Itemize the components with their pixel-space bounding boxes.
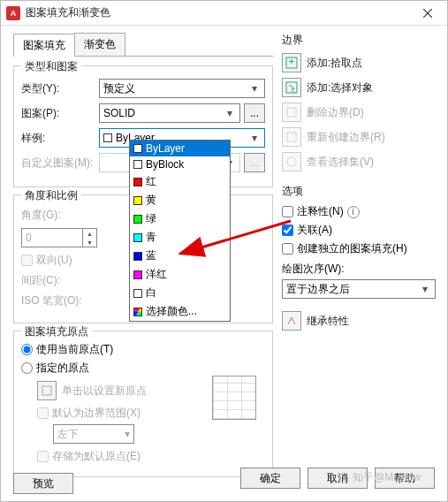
svg-rect-5 xyxy=(286,82,297,93)
color-option[interactable]: 红 xyxy=(130,172,230,191)
color-option-label: 白 xyxy=(146,285,156,300)
angle-input[interactable]: 0 xyxy=(21,228,83,247)
svg-point-8 xyxy=(287,157,296,166)
color-swatch-icon xyxy=(133,289,142,298)
color-option-label: ByBlock xyxy=(146,158,184,171)
draw-order-label: 绘图次序(W): xyxy=(282,262,436,277)
associative-label: 关联(A) xyxy=(297,223,332,238)
group-title: 类型和图案 xyxy=(21,59,81,74)
color-option-label: 黄 xyxy=(146,193,156,208)
tab-gradient[interactable]: 渐变色 xyxy=(74,33,125,56)
options-title: 选项 xyxy=(282,184,436,199)
spacing-label: 间距(C): xyxy=(21,273,99,288)
svg-rect-6 xyxy=(287,108,296,117)
color-swatch-icon xyxy=(133,144,142,153)
chevron-down-icon: ▾ xyxy=(419,283,431,295)
close-button[interactable] xyxy=(414,3,442,24)
annotative-checkbox[interactable] xyxy=(282,206,293,217)
pattern-browse-button[interactable]: ... xyxy=(244,103,265,123)
double-label: 双向(U) xyxy=(36,253,72,268)
group-origin: 图案填充原点 使用当前原点(T) 指定的原点 单击以设置新原点 默认为边界范围(… xyxy=(13,331,273,477)
app-icon: A xyxy=(6,6,20,20)
annotative-label: 注释性(N) xyxy=(297,204,344,219)
default-bound-checkbox xyxy=(37,407,49,419)
color-option-label: 选择颜色... xyxy=(146,304,197,319)
boundary-section: 边界 +添加:拾取点 添加:选择对象 删除边界(D) 重新创建边界(R) 查看选… xyxy=(282,33,436,171)
inherit-section: 继承特性 xyxy=(282,311,436,331)
color-option[interactable]: ByLayer xyxy=(130,141,230,156)
info-icon[interactable]: i xyxy=(347,206,360,218)
store-default-checkbox xyxy=(37,451,49,462)
specified-radio[interactable] xyxy=(21,362,33,374)
draw-order-combo[interactable]: 置于边界之后▾ xyxy=(282,279,436,299)
angle-label: 角度(G): xyxy=(21,208,99,223)
color-dropdown[interactable]: ByLayerByBlock红黄绿青蓝洋红白选择颜色... xyxy=(129,140,231,322)
associative-checkbox[interactable] xyxy=(282,224,293,236)
inherit-label[interactable]: 继承特性 xyxy=(307,314,349,329)
color-option-label: ByLayer xyxy=(146,142,185,155)
options-section: 选项 注释性(N)i 关联(A) 创建独立的图案填充(H) 绘图次序(W): 置… xyxy=(282,184,436,299)
color-option[interactable]: 黄 xyxy=(130,191,230,209)
color-swatch-icon xyxy=(133,160,142,169)
color-option[interactable]: 绿 xyxy=(130,209,230,228)
recreate-boundary-icon xyxy=(282,127,301,147)
color-option[interactable]: 白 xyxy=(130,284,230,302)
chevron-down-icon: ▾ xyxy=(248,132,261,144)
color-swatch-icon xyxy=(133,233,142,242)
color-option-label: 绿 xyxy=(146,211,156,226)
inherit-icon[interactable] xyxy=(282,311,301,331)
pattern-label: 图案(P): xyxy=(21,106,99,121)
color-option[interactable]: 洋红 xyxy=(130,265,230,284)
color-swatch-icon xyxy=(133,270,142,279)
custom-browse-button: ... xyxy=(244,153,265,172)
iso-label: ISO 笔宽(O): xyxy=(21,293,99,308)
color-option[interactable]: ByBlock xyxy=(130,156,230,172)
add-select-icon[interactable] xyxy=(282,78,301,97)
add-pick-label[interactable]: 添加:拾取点 xyxy=(307,56,362,71)
color-swatch-icon xyxy=(133,252,142,261)
color-option-label: 红 xyxy=(146,174,156,189)
add-select-label[interactable]: 添加:选择对象 xyxy=(307,80,373,95)
svg-rect-2 xyxy=(42,386,51,395)
view-selection-icon xyxy=(282,152,301,171)
hatch-preview-swatch xyxy=(212,376,256,420)
type-combo[interactable]: 预定义▾ xyxy=(99,79,265,98)
group-title: 图案填充原点 xyxy=(21,324,92,339)
ok-button[interactable]: 确定 xyxy=(240,468,300,489)
tab-hatch[interactable]: 图案填充 xyxy=(13,34,75,57)
use-current-label: 使用当前原点(T) xyxy=(36,342,113,357)
independent-label: 创建独立的图案填充(H) xyxy=(297,241,407,256)
default-bound-label: 默认为边界范围(X) xyxy=(52,406,140,421)
chevron-down-icon: ▾ xyxy=(248,82,261,95)
add-pick-icon[interactable]: + xyxy=(282,53,301,72)
tab-bar: 图案填充 渐变色 xyxy=(13,33,273,57)
origin-position-combo: 左下▾ xyxy=(53,424,134,444)
recreate-boundary-label: 重新创建边界(R) xyxy=(307,130,385,145)
dialog-window: A 图案填充和渐变色 图案填充 渐变色 类型和图案 类型(Y): 预定义▾ 图案… xyxy=(0,0,448,502)
double-checkbox[interactable] xyxy=(21,255,33,266)
independent-checkbox[interactable] xyxy=(282,243,293,255)
color-option[interactable]: 选择颜色... xyxy=(130,302,230,321)
color-option[interactable]: 青 xyxy=(130,228,230,247)
svg-text:+: + xyxy=(288,57,294,68)
chevron-down-icon: ▾ xyxy=(224,107,236,119)
color-swatch-icon xyxy=(133,196,142,205)
color-swatch-icon xyxy=(133,215,142,224)
color-option-label: 洋红 xyxy=(146,267,167,282)
color-option[interactable]: 蓝 xyxy=(130,247,230,265)
pattern-combo[interactable]: SOLID▾ xyxy=(99,103,240,123)
color-swatch-icon xyxy=(133,178,142,186)
use-current-radio[interactable] xyxy=(21,344,33,355)
color-option-label: 蓝 xyxy=(146,248,156,263)
boundary-title: 边界 xyxy=(282,33,436,48)
window-title: 图案填充和渐变色 xyxy=(26,5,414,20)
specified-label: 指定的原点 xyxy=(36,361,89,376)
group-title: 角度和比例 xyxy=(21,188,81,203)
color-wheel-icon xyxy=(133,308,142,316)
type-label: 类型(Y): xyxy=(21,81,99,96)
color-option-label: 青 xyxy=(146,230,156,245)
sample-label: 样例: xyxy=(21,131,99,146)
angle-spinner[interactable]: ▲▼ xyxy=(83,228,97,247)
watermark: 知乎@Mr.slow xyxy=(353,470,421,485)
titlebar: A 图案填充和渐变色 xyxy=(1,1,447,26)
